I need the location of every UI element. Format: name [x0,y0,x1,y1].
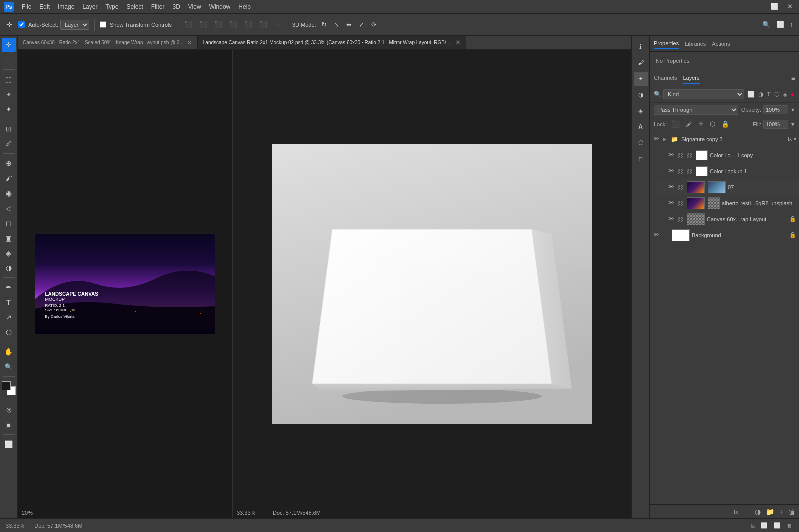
align-center-h-btn[interactable]: ⬛ [227,19,239,30]
align-left-btn[interactable]: ⬛ [182,19,194,30]
auto-select-checkbox[interactable] [18,21,25,28]
pen-tool[interactable]: ✒ [2,280,16,294]
quick-select-tool[interactable]: ✦ [2,102,16,116]
maximize-btn[interactable]: ⬜ [768,1,781,12]
menu-view[interactable]: View [188,3,201,10]
layer-item[interactable]: 👁 ⛓ 07 [656,179,799,195]
status-mask-btn[interactable]: ⬜ [773,521,782,530]
status-layer-btn[interactable]: fx [749,521,756,530]
fill-input[interactable] [763,120,788,129]
delete-layer-btn[interactable]: 🗑 [787,507,796,517]
layers-menu-btn[interactable]: ≡ [791,74,795,82]
tab-properties[interactable]: Properties [654,38,679,49]
search-btn[interactable]: 🔍 [760,19,772,30]
menu-type[interactable]: Type [105,3,118,10]
layer-item[interactable]: 👁 ⛓ ⛓ Color Lo... 1 copy [656,147,799,163]
tab-actions[interactable]: Actions [712,39,730,49]
blur-tool[interactable]: ◈ [2,246,16,260]
layer-fx-btn[interactable]: fx [788,136,792,142]
filter-shape-btn[interactable]: ⬡ [773,90,780,99]
fill-arrow-btn[interactable]: ▾ [790,120,795,129]
layer-visibility-icon[interactable]: 👁 [668,199,676,207]
share-btn[interactable]: ↑ [788,19,796,30]
menu-3d[interactable]: 3D [172,3,180,10]
opacity-input[interactable] [763,105,788,114]
styles-icon-btn[interactable]: ◈ [634,104,648,118]
layer-item[interactable]: 👁 ⛓ ⛓ Color Lookup 1 [656,163,799,179]
layer-item[interactable]: 👁 ▶ 📁 Signature copy 3 fx ▾ [650,131,799,147]
add-layer-btn[interactable]: + [778,507,784,517]
type-tool[interactable]: T [2,295,16,309]
menu-image[interactable]: Image [58,3,74,10]
distribute-h-btn[interactable]: ⬛ [257,19,269,30]
3d-rotate-btn[interactable]: ↻ [319,19,329,30]
path-icon-btn[interactable]: ⊓ [634,152,648,166]
layer-item[interactable]: 👁 Background 🔒 [650,227,799,243]
add-group-btn[interactable]: 📁 [765,507,775,517]
layer-visibility-icon[interactable]: 👁 [668,215,676,223]
tab-libraries[interactable]: Libraries [685,39,706,49]
lock-position-btn[interactable]: ✛ [697,119,705,129]
close-btn[interactable]: ✕ [785,1,795,12]
layer-visibility-icon[interactable]: 👁 [653,231,661,239]
properties-icon-btn[interactable]: ℹ [634,40,648,54]
lock-paint-btn[interactable]: 🖉 [685,119,693,129]
filter-pixel-btn[interactable]: ⬜ [746,90,756,99]
foreground-color[interactable] [2,381,11,390]
artboard-tool[interactable]: ⬚ [2,53,16,67]
align-center-v-btn[interactable]: ⬛ [197,19,209,30]
layer-expand-btn[interactable]: ▶ [663,136,669,142]
tab-left-close[interactable]: ✕ [187,39,192,46]
menu-select[interactable]: Select [126,3,143,10]
lock-artboard-btn[interactable]: ⬡ [709,119,716,129]
menu-layer[interactable]: Layer [82,3,97,10]
shapes-icon-btn[interactable]: ⬡ [634,136,648,150]
tab-layers[interactable]: Layers [683,73,699,84]
tab-right-close[interactable]: ✕ [455,39,461,46]
layer-select-dropdown[interactable]: Layer [60,20,89,30]
align-right-btn[interactable]: ⬛ [212,19,224,30]
stamp-tool[interactable]: ◉ [2,186,16,200]
marquee-tool[interactable]: ⬚ [2,72,16,86]
path-tool[interactable]: ↗ [2,310,16,324]
move-tool-btn[interactable]: ✛ [4,19,15,31]
left-canvas-panel[interactable]: LANDSCAPE CANVAS MOCKUP RATIO: 2:1 SIZE:… [18,50,233,518]
filter-type-btn[interactable]: T [766,90,771,99]
show-transform-checkbox[interactable] [100,21,106,28]
shape-tool[interactable]: ⬡ [2,325,16,339]
eraser-tool[interactable]: ◻ [2,216,16,230]
more-options-btn[interactable]: ··· [272,19,282,30]
artboard-canvas-tool[interactable]: ⬜ [2,437,16,451]
opacity-arrow-btn[interactable]: ▾ [790,105,795,114]
eyedropper-tool[interactable]: 🖉 [2,137,16,151]
text-icon-btn[interactable]: A [634,120,648,134]
adjustments-icon-btn[interactable]: ◑ [634,88,648,102]
status-add-layer-btn[interactable]: ⬜ [760,521,769,530]
layer-visibility-icon[interactable]: 👁 [653,135,661,143]
3d-pan-btn[interactable]: ⤡ [332,19,341,30]
fx-icon-btn[interactable]: ✦ [634,72,648,86]
distribute-v-btn[interactable]: ⬛ [242,19,254,30]
zoom-tool[interactable]: 🔍 [2,360,16,374]
lock-pixels-btn[interactable]: ⬛ [671,119,681,129]
layer-visibility-icon[interactable]: 👁 [668,151,676,159]
layer-visibility-icon[interactable]: 👁 [668,183,676,191]
history-brush-tool[interactable]: ◁ [2,201,16,215]
gradient-tool[interactable]: ▣ [2,231,16,245]
layer-kind-select[interactable]: Kind [663,89,744,99]
menu-window[interactable]: Window [209,3,231,10]
add-adjustment-btn[interactable]: ◑ [754,507,762,517]
quickmask-tool[interactable]: ◎ [2,403,16,417]
crop-tool[interactable]: ⊡ [2,122,16,136]
tab-channels[interactable]: Channels [654,73,677,84]
menu-edit[interactable]: Edit [39,3,50,10]
tab-left[interactable]: Canvas 60x30 - Ratio 2x1 - Scaled 50% - … [18,36,198,49]
healing-tool[interactable]: ⊕ [2,156,16,170]
add-mask-btn[interactable]: ⬚ [742,507,751,517]
screen-mode-btn[interactable]: ⬜ [774,19,786,30]
dodge-tool[interactable]: ◑ [2,261,16,275]
3d-slide-btn[interactable]: ⬌ [344,19,354,30]
minimize-btn[interactable]: — [752,1,764,12]
tab-right[interactable]: Landscape Canvas Ratio 2x1 Mockup 02.psd… [198,36,466,49]
lasso-tool[interactable]: ⌖ [2,87,16,101]
